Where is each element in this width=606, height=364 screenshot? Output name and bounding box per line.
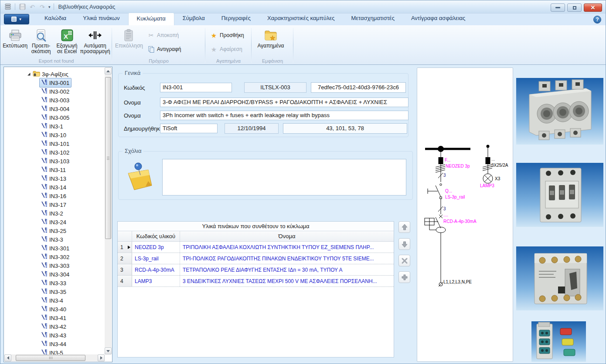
tree-item-IN3-304[interactable]: IN3-304 <box>4 270 105 279</box>
tree-item-IN3-24[interactable]: IN3-24 <box>4 218 105 226</box>
tree-item-IN3-1[interactable]: IN3-1 <box>4 122 105 131</box>
created-by-input[interactable]: TiSoft <box>160 124 218 133</box>
tree-item-IN3-102[interactable]: IN3-102 <box>4 148 105 157</box>
application-menu-button[interactable]: ▼ <box>4 14 29 24</box>
name-en-input[interactable]: 3Ph Incomer with switch + fuses + earth … <box>160 111 409 120</box>
tree-item-IN3-40[interactable]: IN3-40 <box>4 305 105 313</box>
circuit-tree-panel: 3φ-Αφίξεις IN3-001IN3-002IN3-003IN3-004I… <box>3 67 112 362</box>
material-name-cell[interactable]: ΤΕΤΡΑΠΟΛΙΚΟ ΡΕΛΕ ΔΙΑΦΥΓΗΣ ΕΝΤΑΣΗΣ ΙΔn = … <box>180 264 394 275</box>
tree-item-IN3-3[interactable]: IN3-3 <box>4 235 105 244</box>
paste-button[interactable]: Επικόλληση <box>114 27 144 57</box>
comments-textarea[interactable] <box>162 159 406 195</box>
tree-item-IN3-001[interactable]: IN3-001 <box>4 78 105 87</box>
print-button[interactable]: Εκτύπωση <box>2 27 28 57</box>
redo-icon[interactable]: ↷ <box>38 3 46 11</box>
scroll-thumb[interactable] <box>105 77 111 239</box>
help-button[interactable]: ? <box>593 16 601 24</box>
tree-item-IN3-302[interactable]: IN3-302 <box>4 253 105 261</box>
tree-root-folder[interactable]: 3φ-Αφίξεις <box>4 70 105 78</box>
tree-item-IN3-004[interactable]: IN3-004 <box>4 104 105 113</box>
name-gr-input[interactable]: 3-Φ ΑΦΙΞΗ ΜΕ ΡΕΛΑΙ ΔΙΑΡΡΟΗΣ/BYPASS + ΡΑΓ… <box>160 98 409 107</box>
photo-switch[interactable] <box>516 163 603 228</box>
tree-item-IN3-002[interactable]: IN3-002 <box>4 87 105 96</box>
favorite-add-button[interactable]: ★ Προσθήκη <box>208 30 246 40</box>
copy-button[interactable]: Αντιγραφή <box>145 44 183 54</box>
tree-item-IN3-35[interactable]: IN3-35 <box>4 287 105 296</box>
tab-Καλώδια[interactable]: Καλώδια <box>36 13 75 25</box>
move-up-button[interactable] <box>398 221 410 233</box>
qat-dropdown-icon[interactable]: ▾ <box>48 5 51 9</box>
tree-item-IN3-16[interactable]: IN3-16 <box>4 192 105 200</box>
close-button[interactable]: ✕ <box>584 3 602 12</box>
move-down-button[interactable] <box>398 238 410 250</box>
database-icon[interactable] <box>4 3 12 11</box>
tab-Αντίγραφα ασφάλειας[interactable]: Αντίγραφα ασφάλειας <box>403 13 473 25</box>
tree-item-IN3-5[interactable]: IN3-5 <box>4 348 105 354</box>
tree-item-IN3-17[interactable]: IN3-17 <box>4 200 105 209</box>
favorites-view-button[interactable]: ★ Αγαπημένα <box>253 27 288 57</box>
code-input[interactable]: IN3-001 <box>160 83 232 92</box>
tree-item-IN3-42[interactable]: IN3-42 <box>4 322 105 331</box>
expander-icon[interactable] <box>27 72 31 76</box>
material-code-cell[interactable]: RCD-A-4p-30mA <box>132 264 180 275</box>
tree-horizontal-scrollbar[interactable] <box>4 354 105 361</box>
table-row[interactable]: 2LS-3p_railΤΡΙ-ΠΟΛΙΚΟΣ ΡΑΓΟΔΙΑΚΟΠΤΗΣ ΠΙΝ… <box>118 253 394 264</box>
tree-item-IN3-43[interactable]: IN3-43 <box>4 331 105 340</box>
table-row[interactable]: 3RCD-A-4p-30mAΤΕΤΡΑΠΟΛΙΚΟ ΡΕΛΕ ΔΙΑΦΥΓΗΣ … <box>118 264 394 276</box>
tab-Υλικά πινάκων[interactable]: Υλικά πινάκων <box>75 13 128 25</box>
photo-lamp-module[interactable] <box>531 321 586 363</box>
table-row[interactable]: 4LAMP33 ΕΝΔΕΙΚΤΙΚΕΣ ΛΥΧΝΙΕΣ ΤΑΣΕΩΣ ΜΕΧΡΙ… <box>118 276 394 287</box>
material-name-cell[interactable]: ΤΡΙ-ΠΟΛΙΚΟΣ ΡΑΓΟΔΙΑΚΟΠΤΗΣ ΠΙΝΑΚΩΝ ΕΝΔΕΙΚ… <box>180 253 394 264</box>
export-excel-button[interactable]: X Εξαγωγή σε Excel <box>54 27 80 57</box>
tab-Σύμβολα[interactable]: Σύμβολα <box>174 13 213 25</box>
tree-item-IN3-103[interactable]: IN3-103 <box>4 157 105 165</box>
scroll-left-button[interactable] <box>4 354 11 361</box>
tab-Περιγραφές[interactable]: Περιγραφές <box>213 13 259 25</box>
tree-item-IN3-25[interactable]: IN3-25 <box>4 226 105 235</box>
scroll-right-button[interactable] <box>98 354 105 361</box>
tree-item-IN3-11[interactable]: IN3-11 <box>4 165 105 174</box>
material-name-cell[interactable]: 3 ΕΝΔΕΙΚΤΙΚΕΣ ΛΥΧΝΙΕΣ ΤΑΣΕΩΣ ΜΕΧΡΙ 500 V… <box>180 276 394 286</box>
tree-vertical-scrollbar[interactable] <box>105 67 112 354</box>
material-code-cell[interactable]: LS-3p_rail <box>132 253 180 264</box>
tree-item-IN3-301[interactable]: IN3-301 <box>4 244 105 253</box>
favorite-remove-button[interactable]: ★ Αφαίρεση <box>208 44 246 54</box>
tree-item-IN3-303[interactable]: IN3-303 <box>4 261 105 270</box>
circuit-icon <box>41 331 48 339</box>
material-name-cell[interactable]: ΤΡΙΠΟΛΙΚΗ ΑΣΦΑΛΕΙΑ ΚΟΧΛΙΩΤΗ ΣΥΝΤΗΚΤΙΚΗ Τ… <box>180 242 394 253</box>
tree-item-IN3-4[interactable]: IN3-4 <box>4 296 105 305</box>
name-column-header[interactable]: Όνομα <box>180 231 394 241</box>
autofit-button[interactable]: Αυτόματη προσαρμογή <box>80 27 110 57</box>
material-code-cell[interactable]: NEOZED 3p <box>132 242 180 253</box>
tab-Χαρακτηριστικές καμπύλες[interactable]: Χαρακτηριστικές καμπύλες <box>259 13 343 25</box>
photo-fuse-holder[interactable] <box>516 78 603 146</box>
scroll-up-button[interactable] <box>105 67 112 74</box>
tree-item-IN3-2[interactable]: IN3-2 <box>4 209 105 218</box>
tree-item-IN3-005[interactable]: IN3-005 <box>4 113 105 122</box>
tree-item-IN3-13[interactable]: IN3-13 <box>4 174 105 183</box>
code-column-header[interactable]: Κωδικός υλικού <box>132 231 180 241</box>
tree-item-IN3-101[interactable]: IN3-101 <box>4 139 105 148</box>
delete-row-button[interactable] <box>398 255 410 266</box>
tree-item-IN3-33[interactable]: IN3-33 <box>4 279 105 287</box>
add-row-button[interactable] <box>398 271 410 283</box>
tab-Κυκλώματα[interactable]: Κυκλώματα <box>128 13 174 25</box>
tree-item-IN3-41[interactable]: IN3-41 <box>4 313 105 322</box>
material-code-cell[interactable]: LAMP3 <box>132 276 180 286</box>
tree-item-IN3-14[interactable]: IN3-14 <box>4 183 105 192</box>
scroll-down-button[interactable] <box>105 347 112 354</box>
minimize-button[interactable] <box>551 3 565 12</box>
undo-icon[interactable]: ↶ <box>28 3 36 11</box>
tree-item-IN3-44[interactable]: IN3-44 <box>4 340 105 348</box>
photo-rcd[interactable] <box>516 246 603 312</box>
restore-button[interactable] <box>567 3 582 12</box>
save-icon[interactable] <box>18 3 26 11</box>
table-row[interactable]: 1NEOZED 3pΤΡΙΠΟΛΙΚΗ ΑΣΦΑΛΕΙΑ ΚΟΧΛΙΩΤΗ ΣΥ… <box>118 242 394 253</box>
tree-item-IN3-10[interactable]: IN3-10 <box>4 131 105 139</box>
preview-button[interactable]: Προεπι-σκόπιση <box>28 27 54 57</box>
tree-item-label: IN3-43 <box>49 332 66 339</box>
tab-Μετασχηματιστές[interactable]: Μετασχηματιστές <box>343 13 403 25</box>
scroll-thumb[interactable] <box>16 355 85 361</box>
cut-button[interactable]: ✂ Αποκοπή <box>145 30 183 40</box>
tree-item-IN3-003[interactable]: IN3-003 <box>4 96 105 104</box>
